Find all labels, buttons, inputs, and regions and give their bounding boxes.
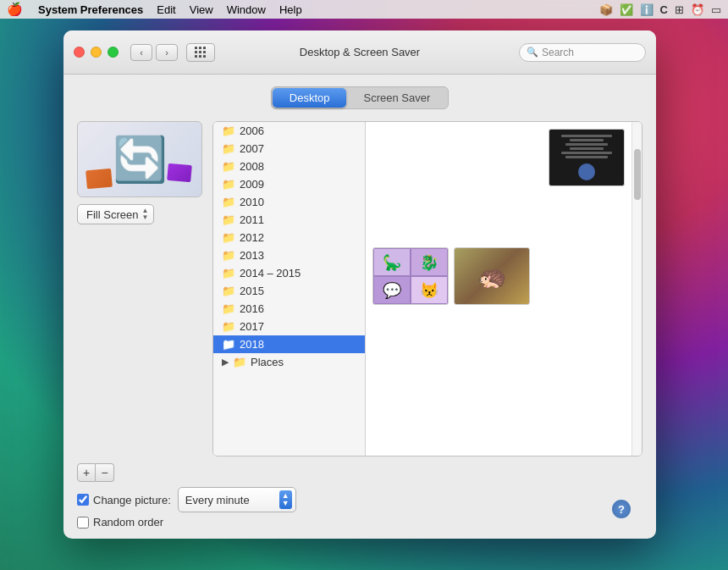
folder-icon: 📁 xyxy=(222,338,235,351)
search-icon: 🔍 xyxy=(527,47,538,58)
help-button[interactable]: ? xyxy=(612,500,631,518)
fill-screen-row: Fill Screen ▲ ▼ xyxy=(77,204,202,224)
grid-dots-icon xyxy=(195,47,207,58)
folder-label: 2007 xyxy=(240,142,264,155)
minimize-button[interactable] xyxy=(91,47,102,58)
folder-item-2009[interactable]: 📁 2009 xyxy=(213,175,365,193)
folder-label: Places xyxy=(251,356,284,368)
menu-window[interactable]: Window xyxy=(220,3,273,16)
folder-icon: 📁 xyxy=(222,267,235,279)
folder-icon: 📁 xyxy=(233,356,246,368)
menu-view[interactable]: View xyxy=(183,3,220,16)
desktop-area: 🔄 Fill Screen ▲ ▼ xyxy=(77,121,643,457)
preview-box: 🔄 xyxy=(77,121,202,197)
folder-item-2012[interactable]: 📁 2012 xyxy=(213,229,365,246)
menu-edit[interactable]: Edit xyxy=(150,3,182,16)
folder-item-2008[interactable]: 📁 2008 xyxy=(213,158,365,175)
check-icon[interactable]: ✅ xyxy=(620,3,633,16)
folder-icon: 📁 xyxy=(222,302,235,315)
search-box[interactable]: 🔍 Search xyxy=(519,43,646,62)
tab-desktop[interactable]: Desktop xyxy=(273,88,347,108)
forward-button[interactable]: › xyxy=(156,44,178,61)
fill-screen-dropdown[interactable]: Fill Screen ▲ ▼ xyxy=(77,204,154,224)
folder-label: 2014 – 2015 xyxy=(240,267,301,279)
grid-icon[interactable]: ⊞ xyxy=(675,3,684,16)
folder-item-2017[interactable]: 📁 2017 xyxy=(213,318,365,335)
random-order-row: Random order xyxy=(77,516,643,528)
folder-list[interactable]: 📁 2006 📁 2007 📁 2008 📁 2009 xyxy=(213,122,366,456)
folder-item-2015[interactable]: 📁 2015 xyxy=(213,282,365,300)
change-picture-checkbox-label[interactable]: Change picture: xyxy=(77,494,171,506)
image-thumb-comic[interactable]: 🦕 🐉 💬 😾 xyxy=(372,247,449,305)
menubar: 🍎 System Preferences Edit View Window He… xyxy=(0,0,728,19)
change-picture-checkbox[interactable] xyxy=(77,494,89,506)
tab-bar: Desktop Screen Saver xyxy=(77,86,643,109)
maximize-button[interactable] xyxy=(108,47,119,58)
fill-screen-label: Fill Screen xyxy=(86,208,138,221)
comic-cell-3: 💬 xyxy=(373,276,411,304)
folder-label: 2017 xyxy=(240,320,264,333)
menu-help[interactable]: Help xyxy=(273,3,309,16)
folder-icon: 📁 xyxy=(222,285,235,297)
remove-folder-button[interactable]: − xyxy=(96,463,114,482)
folder-item-2018[interactable]: 📁 2018 xyxy=(213,335,365,353)
image-thumb-phone[interactable] xyxy=(549,129,625,186)
folder-item-2007[interactable]: 📁 2007 xyxy=(213,140,365,158)
spacer xyxy=(372,191,625,242)
folder-icon: 📁 xyxy=(222,213,235,226)
add-folder-button[interactable]: + xyxy=(77,463,96,482)
nav-buttons: ‹ › xyxy=(130,44,178,61)
folder-label: 2010 xyxy=(240,196,264,208)
change-picture-label: Change picture: xyxy=(93,494,171,506)
folder-icon: 📁 xyxy=(222,231,235,244)
folder-label: 2006 xyxy=(240,125,264,137)
folder-item-2006[interactable]: 📁 2006 xyxy=(213,122,365,140)
expand-arrow-icon: ▶ xyxy=(222,357,229,368)
folder-item-2013[interactable]: 📁 2013 xyxy=(213,246,365,264)
folder-icon: 📁 xyxy=(222,249,235,262)
random-order-label: Random order xyxy=(93,516,163,528)
tab-group: Desktop Screen Saver xyxy=(271,86,449,109)
scroll-thumb[interactable] xyxy=(634,149,641,200)
left-panel: 🔄 Fill Screen ▲ ▼ xyxy=(77,121,202,457)
folder-item-places[interactable]: ▶ 📁 Places xyxy=(213,353,365,371)
folder-label: 2011 xyxy=(240,213,264,226)
folder-icon: 📁 xyxy=(222,142,235,155)
folder-item-2011[interactable]: 📁 2011 xyxy=(213,211,365,229)
folder-item-2010[interactable]: 📁 2010 xyxy=(213,193,365,211)
all-prefs-button[interactable] xyxy=(186,43,215,62)
info-icon[interactable]: ℹ️ xyxy=(640,3,654,16)
comic-cell-1: 🦕 xyxy=(373,248,411,276)
traffic-lights xyxy=(74,47,119,58)
close-button[interactable] xyxy=(74,47,85,58)
bottom-panel: + − Change picture: Every minute ▲ ▼ xyxy=(77,463,643,528)
comic-cell-4: 😾 xyxy=(411,276,448,304)
app-name[interactable]: System Preferences xyxy=(31,3,150,16)
random-order-checkbox[interactable] xyxy=(77,517,89,528)
image-grid[interactable]: 🦕 🐉 💬 😾 🦔 xyxy=(366,122,631,456)
airplay-icon[interactable]: ▭ xyxy=(711,3,721,16)
dropbox-icon[interactable]: 📦 xyxy=(599,3,613,16)
folder-icon: 📁 xyxy=(222,320,235,333)
time-machine-icon[interactable]: ⏰ xyxy=(691,3,704,16)
c-icon[interactable]: C xyxy=(660,3,668,16)
interval-dropdown[interactable]: Every minute ▲ ▼ xyxy=(178,487,296,512)
comic-cell-2: 🐉 xyxy=(411,248,448,276)
apple-menu[interactable]: 🍎 xyxy=(7,2,23,17)
back-button[interactable]: ‹ xyxy=(130,44,152,61)
folder-item-2014-2015[interactable]: 📁 2014 – 2015 xyxy=(213,264,365,282)
folder-label: 2018 xyxy=(240,338,264,351)
folder-label: 2012 xyxy=(240,231,264,244)
folder-icon: 📁 xyxy=(222,160,235,173)
folder-item-2016[interactable]: 📁 2016 xyxy=(213,300,365,318)
right-panel: 📁 2006 📁 2007 📁 2008 📁 2009 xyxy=(212,121,643,457)
random-order-checkbox-label[interactable]: Random order xyxy=(77,516,163,528)
search-placeholder: Search xyxy=(542,47,574,58)
folder-label: 2008 xyxy=(240,160,264,173)
window-title: Desktop & Screen Saver xyxy=(300,46,420,58)
panel-scrollbar[interactable] xyxy=(631,122,642,456)
image-thumb-animal[interactable]: 🦔 xyxy=(454,247,530,305)
tab-screen-saver[interactable]: Screen Saver xyxy=(346,88,447,108)
options-row: Change picture: Every minute ▲ ▼ xyxy=(77,487,643,512)
window-content: Desktop Screen Saver 🔄 Fill Screen xyxy=(63,75,656,539)
